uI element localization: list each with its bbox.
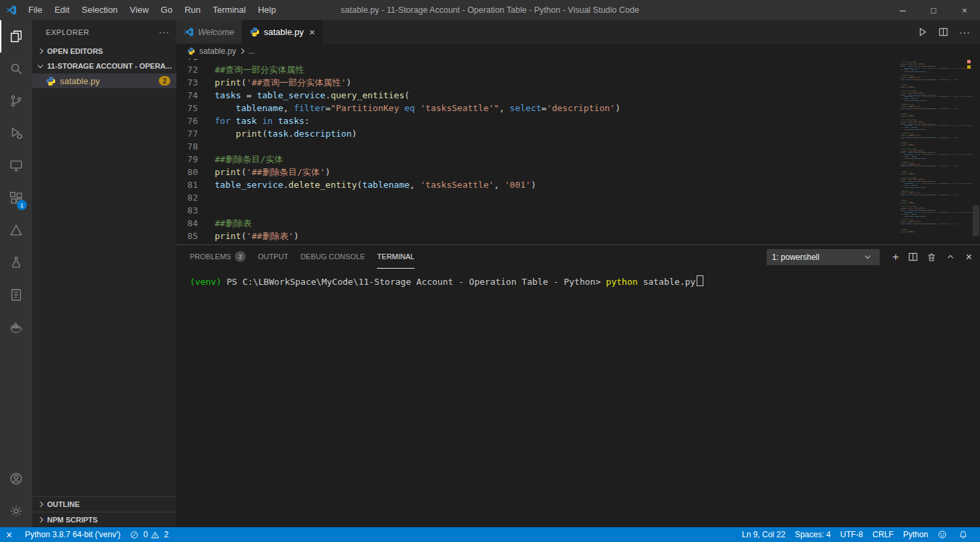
outline-section[interactable]: OUTLINE [32,496,176,512]
menu-run[interactable]: Run [178,0,207,20]
activity-run-debug[interactable] [0,117,32,149]
status-eol[interactable]: CRLF [868,527,898,542]
file-item-satable-py[interactable]: satable.py 2 [32,73,176,88]
activity-extensions[interactable]: 1 [0,182,32,214]
menu-view[interactable]: View [124,0,155,20]
status-language-mode[interactable]: Python [899,527,933,542]
activity-test-explorer[interactable] [0,246,32,279]
titlebar: FileEditSelectionViewGoRunTerminalHelp s… [0,0,980,20]
panel-header: PROBLEMS2OUTPUTDEBUG CONSOLETERMINAL 1: … [176,245,980,269]
python-file-icon [46,76,56,86]
terminal-cursor [697,275,703,286]
chevron-right-icon [38,502,43,507]
line-number: 73 [176,76,198,89]
line-number: 76 [176,114,198,127]
chevron-right-icon [38,517,43,522]
activity-explorer[interactable] [0,20,32,53]
close-tab-icon[interactable]: × [309,27,315,37]
python-icon [250,27,260,37]
status-cursor-position[interactable]: Ln 9, Col 22 [737,527,790,542]
activity-settings[interactable] [0,495,32,527]
terminal-shell-select[interactable]: 1: powershell [767,249,880,265]
panel-tab-terminal[interactable]: TERMINAL [377,245,415,269]
explorer-icon [9,29,24,44]
menu-go[interactable]: Go [155,0,178,20]
chevron-down-icon [864,253,870,259]
activity-azure[interactable] [0,214,32,246]
panel-tab-label: DEBUG CONSOLE [300,252,365,261]
open-editors-section[interactable]: OPEN EDITORS [32,44,176,59]
python-interpreter-status[interactable]: Python 3.8.7 64-bit ('venv') [20,527,125,542]
panel-tab-label: PROBLEMS [190,252,231,261]
menubar: FileEditSelectionViewGoRunTerminalHelp [22,0,282,20]
line-number: 78 [176,140,198,153]
tab-satable-py[interactable]: satable.py× [242,20,323,44]
close-window-button[interactable]: × [949,0,980,20]
notifications-button[interactable] [954,527,975,542]
kill-terminal-icon[interactable] [927,252,936,262]
activity-notebook[interactable] [0,279,32,311]
activity-search[interactable] [0,53,32,85]
menu-file[interactable]: File [22,0,48,20]
split-terminal-icon[interactable] [908,252,918,262]
error-icon [130,531,139,539]
chevron-right-icon [238,48,244,54]
code-line: 81table_service.delete_entity(tablename,… [176,178,901,191]
status-encoding[interactable]: UTF-8 [835,527,868,542]
code-line: 72##查询一部分实体属性 [176,63,901,76]
search-icon [9,61,24,76]
overview-ruler-warning-mark [967,65,971,69]
activity-docker[interactable] [0,311,32,343]
editor-scrollbar[interactable] [973,205,979,236]
vscode-window: FileEditSelectionViewGoRunTerminalHelp s… [0,0,980,542]
terminal[interactable]: (venv) PS C:\LBWorkSpace\MyCode\11-Stora… [176,269,980,527]
feedback-button[interactable] [933,527,954,542]
explorer-actions-icon[interactable]: ··· [159,27,170,37]
line-number: 74 [176,89,198,102]
menu-help[interactable]: Help [252,0,282,20]
overview-ruler-error-mark [967,60,971,63]
activity-account[interactable] [0,463,32,495]
code-line: 85print('##删除表') [176,230,901,242]
editor-more-actions-icon[interactable]: ··· [959,27,971,38]
breadcrumb-file[interactable]: satable.py [199,46,236,56]
workspace-section[interactable]: 11-STORAGE ACCOUNT - OPERA... [32,59,176,73]
status-bar: Python 3.8.7 64-bit ('venv') 0 2 Ln 9, C… [0,527,980,542]
npm-scripts-label: NPM SCRIPTS [47,516,98,524]
status-indentation[interactable]: Spaces: 4 [790,527,835,542]
activity-remote-explorer[interactable] [0,149,32,182]
outline-label: OUTLINE [47,500,79,508]
vscode-icon [184,27,194,37]
line-number: 77 [176,127,198,140]
terminal-shell-label: 1: powershell [772,252,820,262]
line-number: 79 [176,153,198,166]
test-explorer-icon [9,255,24,270]
run-button[interactable] [917,27,928,37]
split-editor-icon[interactable] [938,27,948,37]
activity-source-control[interactable] [0,85,32,117]
new-terminal-button[interactable]: + [893,251,899,263]
remote-indicator[interactable] [0,527,20,542]
breadcrumb[interactable]: satable.py ... [176,44,980,59]
line-number: 75 [176,102,198,114]
npm-scripts-section[interactable]: NPM SCRIPTS [32,512,176,527]
explorer-sidebar: EXPLORER ··· OPEN EDITORS 11-STORAGE ACC… [32,20,176,527]
line-number: 82 [176,191,198,204]
warning-count: 2 [164,530,169,539]
panel-tab-debug-console[interactable]: DEBUG CONSOLE [300,245,365,269]
panel-tab-output[interactable]: OUTPUT [258,245,288,269]
menu-terminal[interactable]: Terminal [207,0,252,20]
maximize-panel-icon[interactable] [947,255,952,261]
problems-status[interactable]: 0 2 [125,527,173,542]
code-editor[interactable]: 7172##查询一部分实体属性73print('##查询一部分实体属性')74t… [176,59,980,244]
maximize-button[interactable]: □ [918,0,949,20]
menu-selection[interactable]: Selection [75,0,123,20]
minimap[interactable]: ##查询一部分实体属性print('##查询一部分实体属性')tasks = t… [901,59,980,244]
close-panel-icon[interactable]: × [966,252,972,263]
breadcrumb-symbol[interactable]: ... [248,46,255,56]
menu-edit[interactable]: Edit [48,0,75,20]
tab-welcome[interactable]: Welcome [176,20,242,44]
window-controls: ─ □ × [887,0,980,20]
minimize-button[interactable]: ─ [887,0,918,20]
panel-tab-problems[interactable]: PROBLEMS2 [190,245,246,269]
